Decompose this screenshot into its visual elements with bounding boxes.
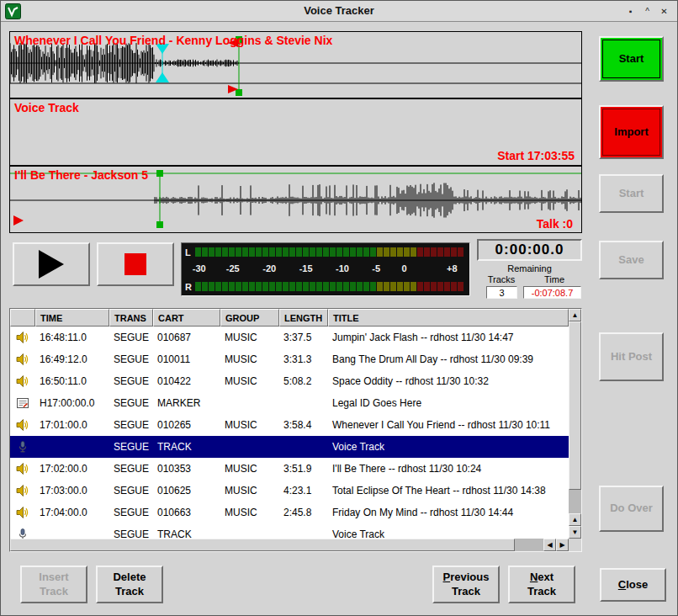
remaining-tracks-label: Tracks (482, 274, 521, 284)
speaker-icon (16, 506, 29, 519)
cell-title: I'll Be There -- rdhost 11/30 10:24 (328, 458, 569, 480)
row-type-cell (10, 458, 35, 480)
log-row[interactable]: 17:01:00.0SEGUE010265MUSIC3:58.4Whenever… (10, 414, 569, 436)
header-time[interactable]: TIME (35, 309, 109, 327)
cell-length: 5:08.2 (279, 370, 328, 392)
scroll-up-button[interactable]: ▲ (569, 309, 581, 321)
log-row[interactable]: SEGUETRACKVoice Track (10, 436, 569, 458)
log-row[interactable]: 17:03:00.0SEGUE010625MUSIC4:23.1Total Ec… (10, 480, 569, 502)
scroll-up-button-2[interactable]: ▲ (569, 513, 581, 526)
cell-length (279, 436, 328, 458)
scale-tick: +8 (447, 263, 458, 273)
stop-button[interactable] (97, 242, 174, 286)
previous-track-label-2: Track (452, 585, 480, 599)
cell-title: Legal ID Goes Here (328, 392, 569, 414)
speaker-icon (16, 353, 29, 366)
do-over-button: Do Over (599, 486, 664, 532)
cell-group: MUSIC (220, 480, 279, 502)
microphone-icon (16, 440, 29, 454)
vertical-scroll-thumb[interactable] (569, 321, 581, 490)
scale-tick: -25 (226, 263, 240, 273)
cell-length: 4:23.1 (279, 480, 328, 502)
track-panel-previous-song[interactable]: Whenever I Call You Friend - Kenny Loggi… (9, 31, 582, 98)
remaining-time-label: Time (531, 274, 578, 284)
header-trans[interactable]: TRANS (109, 309, 153, 327)
speaker-icon (16, 418, 29, 432)
cell-group (220, 523, 279, 539)
insert-track-label-1: Insert (39, 571, 68, 585)
iconify-icon[interactable]: ▪ (624, 5, 637, 18)
scroll-down-icon: ▼ (572, 529, 579, 536)
close-window-icon[interactable]: ✕ (658, 5, 670, 18)
start-record-button[interactable]: Start (599, 36, 664, 82)
cell-group: MUSIC (220, 348, 279, 370)
window-title: Voice Tracker (1, 4, 677, 17)
hit-post-label: Hit Post (611, 350, 652, 364)
log-row[interactable]: 16:49:12.0SEGUE010011MUSIC3:31.3Bang The… (10, 348, 569, 370)
header-group[interactable]: GROUP (220, 309, 279, 327)
row-type-cell (10, 348, 35, 370)
horizontal-scroll-thumb[interactable] (10, 539, 515, 551)
row-type-cell (10, 523, 35, 539)
meter-scale: -30 -25 -20 -15 -10 -5 0 +8 (185, 263, 466, 275)
elapsed-time-display: 0:00:00.0 (477, 239, 582, 261)
cell-cart: 010422 (153, 370, 220, 392)
log-row[interactable]: SEGUETRACKVoice Track (10, 523, 569, 539)
previous-track-button[interactable]: Previous Track (432, 566, 500, 603)
delete-track-label-1: Delete (113, 571, 146, 585)
horizontal-scrollbar[interactable]: ◀ ▶ (10, 539, 569, 551)
import-button[interactable]: Import (599, 105, 664, 159)
scroll-right-button[interactable]: ▶ (556, 539, 569, 551)
scroll-left-icon: ◀ (547, 542, 552, 549)
log-row[interactable]: 17:02:00.0SEGUE010353MUSIC3:51.9I'll Be … (10, 458, 569, 480)
delete-track-button[interactable]: Delete Track (96, 566, 163, 603)
cell-time: 16:48:11.0 (35, 327, 109, 348)
cell-length: 3:51.9 (279, 458, 328, 480)
remaining-label: Remaining (477, 263, 582, 273)
log-row[interactable]: 17:04:00.0SEGUE010663MUSIC2:45.8Friday O… (10, 502, 569, 523)
cell-trans: SEGUE (109, 414, 153, 436)
cell-group (220, 436, 279, 458)
next-track-button[interactable]: Next Track (508, 566, 575, 603)
remaining-tracks-value: 3 (486, 286, 517, 299)
next-track-label-2: Track (527, 585, 556, 599)
insert-track-button: Insert Track (20, 566, 87, 603)
track-panel-next-song[interactable]: I'll Be There - Jackson 5 Talk :0 (9, 166, 582, 233)
log-row[interactable]: 16:50:11.0SEGUE010422MUSIC5:08.2Space Od… (10, 370, 569, 392)
header-title[interactable]: TITLE (328, 309, 569, 327)
scroll-left-button[interactable]: ◀ (543, 539, 556, 551)
play-button[interactable] (13, 242, 90, 286)
cell-time (35, 523, 109, 539)
row-type-cell (10, 480, 35, 502)
track-title: Whenever I Call You Friend - Kenny Loggi… (14, 34, 332, 47)
close-button[interactable]: Close (600, 568, 666, 602)
cell-time: 17:02:00.0 (35, 458, 109, 480)
track-panel-voice-track[interactable]: Voice Track Start 17:03:55 (9, 98, 582, 166)
cell-cart: 010011 (153, 348, 220, 370)
start-time-label: Start 17:03:55 (497, 149, 575, 162)
cell-trans: SEGUE (109, 523, 153, 539)
cell-cart: TRACK (153, 436, 220, 458)
cell-cart: 010687 (153, 327, 220, 348)
cell-length (279, 523, 328, 539)
cell-trans: SEGUE (109, 480, 153, 502)
log-row[interactable]: 16:48:11.0SEGUE010687MUSIC3:37.5Jumpin' … (10, 327, 569, 348)
scale-tick: -15 (299, 263, 313, 273)
header-cart[interactable]: CART (153, 309, 220, 327)
shade-icon[interactable]: ^ (641, 5, 654, 18)
cell-group (220, 392, 279, 414)
header-length[interactable]: LENGTH (279, 309, 328, 327)
cell-group: MUSIC (220, 458, 279, 480)
log-row[interactable]: H17:00:00.0SEGUEMARKERLegal ID Goes Here (10, 392, 569, 414)
start-play-label: Start (619, 187, 644, 201)
scroll-up-icon: ▲ (572, 517, 579, 523)
log-rows: 16:48:11.0SEGUE010687MUSIC3:37.5Jumpin' … (10, 327, 569, 539)
scroll-down-button[interactable]: ▼ (569, 526, 581, 539)
header-icon-cell (10, 309, 35, 327)
cell-title: Space Oddity -- rdhost 11/30 10:32 (328, 370, 569, 392)
vertical-scrollbar[interactable]: ▲ ▲ ▼ (569, 309, 581, 539)
insert-track-label-2: Track (40, 585, 68, 599)
scrollbar-corner (569, 539, 581, 551)
scroll-up-icon: ▲ (572, 312, 579, 319)
import-label: Import (614, 125, 648, 140)
